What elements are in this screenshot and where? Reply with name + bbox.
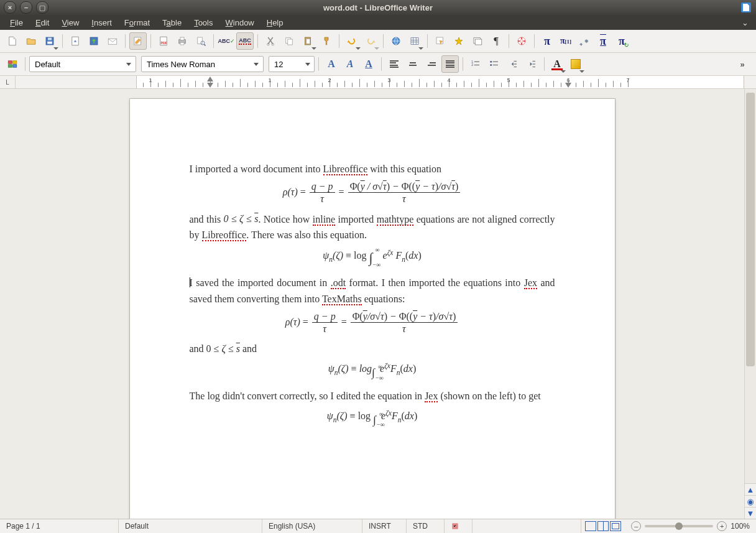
window-minimize-button[interactable]: –: [20, 1, 32, 14]
menu-edit[interactable]: Edit: [29, 16, 55, 29]
status-page[interactable]: Page 1 / 1: [0, 519, 119, 533]
book-view-icon[interactable]: [610, 521, 621, 531]
spellcheck-icon[interactable]: ABC✓: [218, 32, 235, 50]
prev-page-icon[interactable]: ▲: [745, 483, 756, 495]
underline-icon[interactable]: A: [360, 55, 377, 73]
zoom-out-icon[interactable]: –: [631, 521, 641, 531]
help-icon[interactable]: [513, 32, 530, 50]
export-pdf-icon[interactable]: PDF: [155, 32, 172, 50]
menu-format[interactable]: Format: [118, 16, 156, 29]
zoom-in-icon[interactable]: +: [717, 521, 727, 531]
navigator-icon[interactable]: [450, 32, 468, 50]
mail-document-icon[interactable]: [104, 32, 121, 50]
menu-insert[interactable]: Insert: [85, 16, 118, 29]
align-right-icon[interactable]: [423, 55, 440, 73]
vertical-scrollbar[interactable]: [745, 89, 756, 483]
copy-icon[interactable]: [280, 32, 298, 50]
window-close-button[interactable]: ×: [4, 1, 16, 14]
decrease-indent-icon[interactable]: [504, 55, 522, 73]
equation[interactable]: ρ(τ) = q − pτ = Φ(y/σ√τ) − Φ((y − τ)/σ√τ…: [190, 311, 555, 335]
menu-tools[interactable]: Tools: [188, 16, 219, 29]
next-page-icon[interactable]: ▼: [745, 507, 756, 519]
auto-spellcheck-icon[interactable]: ABC: [236, 32, 254, 50]
status-insert-mode[interactable]: INSRT: [362, 519, 407, 533]
font-name-dropdown-icon[interactable]: [252, 57, 260, 72]
paragraph[interactable]: and this 0 ≤ ζ ≤ s. Notice how inline im…: [190, 211, 555, 243]
clone-formatting-icon[interactable]: [318, 32, 335, 50]
ruler-toggle-icon[interactable]: L: [0, 76, 16, 88]
save-icon[interactable]: [41, 32, 58, 50]
menu-file[interactable]: File: [4, 16, 29, 29]
single-page-view-icon[interactable]: [585, 521, 596, 531]
align-center-icon[interactable]: [404, 55, 422, 73]
nonprinting-chars-icon[interactable]: ¶: [487, 32, 505, 50]
styles-pane-icon[interactable]: [4, 55, 21, 73]
window-maximize-button[interactable]: ▢: [36, 1, 48, 14]
scrollbar-thumb[interactable]: [746, 93, 755, 366]
save-as-icon[interactable]: [85, 32, 103, 50]
paragraph[interactable]: I saved the imported document in .odt fo…: [190, 275, 555, 307]
italic-icon[interactable]: A: [341, 55, 359, 73]
menu-help[interactable]: Help: [260, 16, 290, 29]
undo-icon[interactable]: [343, 32, 361, 50]
texmaths-recompile-icon[interactable]: π↻: [613, 32, 630, 50]
equation[interactable]: ψn(ζ) ≡ log ∫∞−∞ eζxFn(dx): [190, 407, 555, 429]
texmaths-equation-icon[interactable]: π: [538, 32, 556, 50]
status-selection-mode[interactable]: STD: [407, 519, 445, 533]
font-name-combo[interactable]: [141, 56, 264, 72]
highlight-color-icon[interactable]: [567, 55, 584, 73]
print-preview-icon[interactable]: [192, 32, 210, 50]
new-document-icon[interactable]: [4, 32, 21, 50]
paragraph-style-combo[interactable]: [29, 56, 136, 72]
status-signature-icon[interactable]: [445, 519, 472, 533]
insert-table-icon[interactable]: [406, 32, 423, 50]
horizontal-ruler[interactable]: 11234567: [16, 76, 756, 88]
gallery-icon[interactable]: [469, 32, 486, 50]
status-language[interactable]: English (USA): [262, 519, 362, 533]
texmaths-config-icon[interactable]: [576, 32, 593, 50]
svg-rect-20: [411, 38, 418, 45]
equation[interactable]: ψn(ζ) ≡ log ∫∞−∞ eζx Fn(dx): [190, 247, 555, 269]
zoom-slider[interactable]: [645, 525, 713, 527]
show-draw-icon[interactable]: [431, 32, 449, 50]
edit-mode-icon[interactable]: [129, 32, 147, 50]
increase-indent-icon[interactable]: [523, 55, 540, 73]
print-icon[interactable]: [173, 32, 191, 50]
font-color-icon[interactable]: A: [548, 55, 566, 73]
font-size-input[interactable]: [273, 59, 304, 70]
export-direct-icon[interactable]: [67, 32, 84, 50]
bold-icon[interactable]: A: [323, 55, 340, 73]
texmaths-display-icon[interactable]: π: [594, 32, 612, 50]
multi-page-view-icon[interactable]: [597, 521, 609, 531]
paragraph[interactable]: The log didn't convert correctly, so I e…: [190, 388, 555, 404]
navigation-target-icon[interactable]: ◉: [745, 495, 756, 507]
redo-icon[interactable]: [362, 32, 379, 50]
zoom-value[interactable]: 100%: [731, 522, 750, 531]
menu-overflow-icon[interactable]: ⌄: [738, 18, 752, 27]
font-size-combo[interactable]: [269, 56, 315, 72]
menu-view[interactable]: View: [55, 16, 85, 29]
align-left-icon[interactable]: [385, 55, 403, 73]
paragraph[interactable]: I imported a word document into Libreoff…: [190, 161, 555, 177]
paragraph-style-dropdown-icon[interactable]: [124, 57, 133, 72]
font-name-input[interactable]: [145, 59, 252, 70]
open-icon[interactable]: [22, 32, 40, 50]
status-style[interactable]: Default: [119, 519, 262, 533]
numbered-list-icon[interactable]: 12: [467, 55, 484, 73]
paste-icon[interactable]: [299, 32, 316, 50]
toolbar-overflow-icon[interactable]: »: [734, 60, 752, 69]
document-page[interactable]: I imported a word document into Libreoff…: [130, 99, 615, 519]
bullet-list-icon[interactable]: [486, 55, 503, 73]
font-size-dropdown-icon[interactable]: [304, 57, 311, 72]
paragraph[interactable]: and 0 ≤ ζ ≤ s and: [190, 341, 555, 357]
hyperlink-icon[interactable]: [387, 32, 405, 50]
align-justify-icon[interactable]: [441, 55, 459, 73]
cut-icon[interactable]: [262, 32, 279, 50]
texmaths-numbered-icon[interactable]: π[1]: [557, 32, 574, 50]
document-viewport[interactable]: I imported a word document into Libreoff…: [0, 89, 744, 519]
menu-window[interactable]: Window: [219, 16, 260, 29]
paragraph-style-input[interactable]: [34, 59, 124, 70]
menu-table[interactable]: Table: [156, 16, 188, 29]
equation[interactable]: ψn(ζ) ≡ log∫∞−∞ eζxFn(dx): [190, 360, 555, 381]
equation[interactable]: ρ(τ) = q − pτ = Φ(y / σ√τ) − Φ((y − τ)/σ…: [190, 181, 555, 205]
